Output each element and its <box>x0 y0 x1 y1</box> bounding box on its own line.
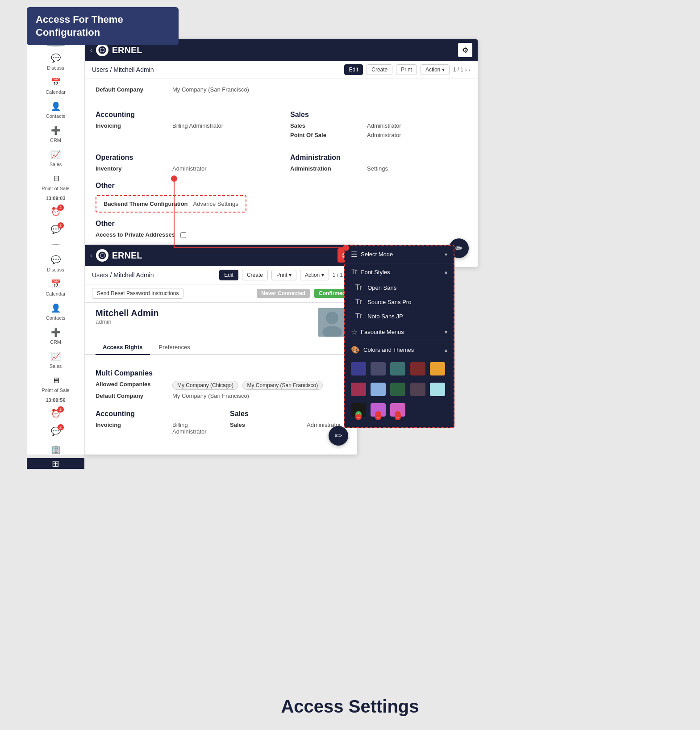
sidebar-top: 💬 Discuss 📅 Calendar 👤 Contacts ➕ CRM 📈 … <box>27 39 85 267</box>
form-content-bottom: Multi Companies Allowed Companies My Com… <box>85 355 357 445</box>
swatch-3-3[interactable]: − <box>390 403 405 417</box>
swatch-2-4[interactable] <box>410 383 425 396</box>
b-clock-badge: 2 <box>58 406 64 413</box>
tab-preferences[interactable]: Preferences <box>152 340 197 355</box>
next-icon[interactable]: › <box>469 67 471 73</box>
b-contacts-icon: 👤 <box>50 302 62 314</box>
pos-row: Point Of Sale Administrator <box>290 132 467 138</box>
breadcrumb-top: Users / Mitchell Admin <box>92 66 341 73</box>
sidebar-item-sales-label: Sales <box>50 162 62 167</box>
fab-bottom[interactable]: ✏ <box>329 426 348 446</box>
sidebar-b-clock[interactable]: ⏰2 <box>27 405 84 422</box>
clock-badge: 2 <box>58 204 64 211</box>
backend-theme-box: Backend Theme Configuration Advance Sett… <box>96 195 246 213</box>
swatch-3-1[interactable]: ● <box>351 403 366 417</box>
calendar-icon: 📅 <box>50 76 62 88</box>
admin-value: Settings <box>367 165 388 172</box>
font-source-sans-pro[interactable]: Tr Source Sans Pro <box>345 295 454 309</box>
sidebar-item-discuss[interactable]: 💬 Discuss <box>27 49 84 73</box>
sidebar-item-messages[interactable]: 💬2 <box>27 221 84 238</box>
inventory-row: Inventory Administrator <box>96 165 272 172</box>
nav-settings-button[interactable]: ⚙ <box>458 43 472 57</box>
b-create-button[interactable]: Create <box>242 270 268 280</box>
b-action-button[interactable]: Action ▾ <box>300 270 329 280</box>
sidebar-b-apps-btn[interactable]: ⊞ <box>27 458 84 469</box>
swatch-2-1[interactable] <box>351 383 366 396</box>
backend-row: Backend Theme Configuration Advance Sett… <box>104 200 238 207</box>
sidebar-item-contacts[interactable]: 👤 Contacts <box>27 97 84 121</box>
sidebar-item-sales[interactable]: 📈 Sales <box>27 146 84 170</box>
b-print-button[interactable]: Print ▾ <box>271 270 296 280</box>
edit-button-top[interactable]: Edit <box>344 64 363 75</box>
sidebar-b-sales[interactable]: 📈 Sales <box>27 347 84 371</box>
b-calendar-icon: 📅 <box>50 278 62 290</box>
svg-point-11 <box>98 251 106 259</box>
sidebar-b-grid[interactable]: 🏢 <box>27 440 84 458</box>
pos-icon: 🖥 <box>50 172 62 185</box>
sidebar-b-calendar[interactable]: 📅 Calendar <box>27 275 84 299</box>
b-clock-icon: ⏰2 <box>50 407 62 420</box>
tab-access-rights[interactable]: Access Rights <box>96 340 150 355</box>
pos-value: Administrator <box>367 132 401 138</box>
b-pos-icon: 🖥 <box>50 374 62 387</box>
b-calendar-label: Calendar <box>46 291 66 296</box>
sidebar-item-crm[interactable]: ➕ CRM <box>27 121 84 146</box>
b-grid-icon: 🏢 <box>50 443 62 455</box>
chip-sf: My Company (San Francisco) <box>242 381 323 390</box>
other-section-title: Other <box>96 182 467 190</box>
swatch-1-3[interactable] <box>390 362 405 375</box>
sidebar-b-crm[interactable]: ➕ CRM <box>27 323 84 347</box>
swatch-3-2[interactable]: − <box>371 403 386 417</box>
sidebar-item-calendar[interactable]: 📅 Calendar <box>27 73 84 97</box>
favourite-menus-chevron: ▾ <box>445 329 447 335</box>
default-company-value: My Company (San Francisco) <box>172 86 249 93</box>
font-styles-icon: Tr <box>351 268 358 276</box>
operations-title: Operations <box>96 154 272 162</box>
b-edit-button[interactable]: Edit <box>219 270 238 280</box>
reset-password-button[interactable]: Send Reset Password Instructions <box>92 288 183 299</box>
sidebar-item-clock[interactable]: ⏰2 <box>27 203 84 221</box>
contacts-icon: 👤 <box>50 100 62 113</box>
invoicing-label: Invoicing <box>96 122 167 129</box>
sales-label: Sales <box>290 122 362 129</box>
action-button-top[interactable]: Action ▾ <box>421 64 450 75</box>
sidebar-b-pos[interactable]: 🖥 Point of Sale <box>27 371 84 396</box>
font-styles-row[interactable]: Tr Font Styles ▴ <box>345 263 454 280</box>
swatch-1-1[interactable] <box>351 362 366 375</box>
access-label: Access to Private Addresses <box>96 231 175 238</box>
breadcrumb-bottom: Users / Mitchell Admin <box>92 271 216 279</box>
print-button-top[interactable]: Print <box>396 64 417 75</box>
access-checkbox[interactable] <box>180 232 186 238</box>
sidebar-item-pos[interactable]: 🖥 Point of Sale <box>27 170 84 194</box>
clock-icon: ⏰2 <box>50 205 62 218</box>
b-nav-arrow-left[interactable]: ‹ <box>90 252 92 259</box>
b-invoicing-row: Invoicing Billing Administrator <box>96 421 212 435</box>
swatch-1-4[interactable] <box>410 362 425 375</box>
favourite-menus-row[interactable]: ☆ Favourite Menus ▾ <box>345 323 454 341</box>
swatch-2-3[interactable] <box>390 383 405 396</box>
advance-settings-row[interactable]: + Advance Settings ▾ <box>345 426 454 428</box>
swatch-2-2[interactable] <box>371 383 386 396</box>
colors-themes-row[interactable]: 🎨 Colors and Themes ▴ <box>345 341 454 359</box>
default-company-label: Default Company <box>96 86 167 93</box>
swatch-2-5[interactable] <box>430 383 445 396</box>
colors-themes-chevron: ▴ <box>445 347 447 353</box>
create-button-top[interactable]: Create <box>367 64 392 75</box>
sidebar-b-contacts[interactable]: 👤 Contacts <box>27 299 84 323</box>
prev-icon[interactable]: ‹ <box>465 67 467 73</box>
sales-icon: 📈 <box>50 148 62 161</box>
swatch-1-2[interactable] <box>371 362 386 375</box>
nav-arrow-left[interactable]: ‹ <box>90 46 92 54</box>
user-header: Mitchell Admin admin <box>85 303 357 340</box>
toolbar-bottom: Users / Mitchell Admin Edit Create Print… <box>85 266 357 284</box>
font-open-sans[interactable]: Tr Open Sans <box>345 280 454 295</box>
noto-sans-sample: Tr <box>355 312 362 320</box>
b-default-company-value: My Company (San Francisco) <box>172 392 249 399</box>
sidebar-b-messages[interactable]: 💬2 <box>27 422 84 440</box>
toolbar-top: Users / Mitchell Admin Edit Create Print… <box>85 61 478 79</box>
select-mode-row[interactable]: ☰ Select Mode ▾ <box>345 246 454 263</box>
swatch-1-5[interactable] <box>430 362 445 375</box>
sidebar-b-discuss[interactable]: 💬 Discuss <box>27 251 84 275</box>
discuss-icon: 💬 <box>50 52 62 64</box>
font-noto-sans-jp[interactable]: Tr Noto Sans JP <box>345 309 454 323</box>
